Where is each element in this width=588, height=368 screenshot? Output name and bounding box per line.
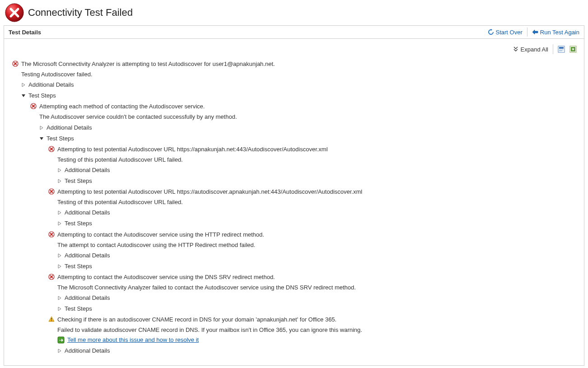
results-tree: The Microsoft Connectivity Analyzer is a… (4, 57, 584, 365)
node-title: Checking if there is an autodiscover CNA… (57, 315, 336, 325)
node-title: The Microsoft Connectivity Analyzer is a… (21, 59, 275, 69)
node-subtext: Failed to validate autodiscover CNAME re… (57, 325, 576, 335)
node-subtext: The Microsoft Connectivity Analyzer fail… (57, 283, 576, 293)
expand-icon (513, 47, 518, 52)
test-steps[interactable]: Test Steps (65, 261, 92, 271)
test-steps[interactable]: Test Steps (65, 176, 92, 186)
word-export-icon[interactable] (558, 46, 565, 53)
run-again-button[interactable]: Run Test Again (532, 29, 579, 36)
error-icon (48, 274, 55, 280)
tree-node: Attempting to test potential Autodiscove… (48, 186, 576, 229)
tree-node: Checking if there is an autodiscover CNA… (48, 314, 576, 356)
expand-toggle[interactable] (57, 307, 62, 311)
test-steps[interactable]: Test Steps (65, 219, 92, 228)
expand-toggle[interactable] (57, 264, 62, 269)
xml-export-icon[interactable] (569, 46, 577, 53)
tree-node: Attempting each method of contacting the… (30, 101, 576, 356)
expand-toggle[interactable] (57, 168, 62, 172)
error-icon (30, 103, 37, 109)
node-subtext: Testing of this potential Autodiscover U… (57, 155, 576, 165)
additional-details[interactable]: Additional Details (65, 165, 110, 175)
error-icon (48, 188, 55, 195)
additional-details[interactable]: Additional Details (47, 123, 92, 133)
start-over-label: Start Over (496, 29, 523, 36)
expand-toggle[interactable] (57, 210, 62, 215)
additional-details[interactable]: Additional Details (65, 208, 110, 218)
separator (527, 28, 527, 37)
svg-rect-2 (559, 47, 564, 49)
expand-toggle[interactable] (57, 253, 62, 258)
expand-toggle[interactable] (21, 83, 26, 87)
node-title: Attempting to test potential Autodiscove… (57, 187, 362, 197)
tree-node: The Microsoft Connectivity Analyzer is a… (12, 59, 576, 356)
panel-title: Test Details (9, 29, 41, 36)
error-large-icon (5, 3, 24, 23)
node-subtext: Testing Autodiscover failed. (21, 70, 576, 79)
info-arrow-icon (57, 336, 65, 344)
error-icon (48, 146, 55, 152)
node-subtext: Testing of this potential Autodiscover U… (57, 197, 576, 207)
test-steps[interactable]: Test Steps (65, 304, 92, 314)
run-again-label: Run Test Again (540, 29, 579, 36)
refresh-icon (488, 29, 494, 35)
node-title: Attempting each method of contacting the… (39, 102, 205, 112)
tree-node: Attempting to contact the Autodiscover s… (48, 272, 576, 314)
collapse-toggle[interactable] (39, 136, 44, 141)
node-subtext: The Autodiscover service couldn't be con… (39, 112, 576, 122)
separator (553, 44, 553, 54)
additional-details[interactable]: Additional Details (65, 251, 110, 261)
test-details-panel: Test Details Start Over Run Test Again (4, 25, 584, 366)
additional-details[interactable]: Additional Details (65, 293, 110, 303)
additional-details[interactable]: Additional Details (28, 80, 74, 90)
expand-toggle[interactable] (57, 221, 62, 226)
expand-toggle[interactable] (57, 349, 62, 353)
additional-details[interactable]: Additional Details (65, 346, 110, 356)
error-icon (48, 231, 55, 238)
node-title: Attempting to contact the Autodiscover s… (57, 272, 275, 282)
expand-toggle[interactable] (57, 179, 62, 183)
node-title: Attempting to contact the Autodiscover s… (57, 230, 264, 240)
start-over-button[interactable]: Start Over (488, 29, 523, 36)
toolbar: Expand All (4, 39, 584, 57)
tree-node: Attempting to test potential Autodiscove… (48, 144, 576, 186)
collapse-toggle[interactable] (21, 93, 26, 98)
panel-header: Test Details Start Over Run Test Again (4, 26, 584, 39)
node-subtext: The attempt to contact Autodiscover usin… (57, 240, 576, 250)
test-steps[interactable]: Test Steps (47, 134, 74, 144)
arrow-left-icon (532, 29, 538, 35)
panel-actions: Start Over Run Test Again (488, 28, 579, 37)
svg-rect-14 (51, 320, 52, 321)
svg-rect-13 (51, 318, 52, 320)
tree-node: Attempting to contact the Autodiscover s… (48, 229, 576, 272)
node-title: Attempting to test potential Autodiscove… (57, 144, 328, 154)
expand-all-label: Expand All (521, 46, 548, 53)
expand-toggle[interactable] (57, 296, 62, 300)
expand-toggle[interactable] (39, 126, 44, 130)
test-steps[interactable]: Test Steps (28, 91, 56, 101)
svg-rect-4 (559, 51, 562, 51)
warning-icon (48, 316, 55, 322)
expand-all-button[interactable]: Expand All (513, 46, 548, 53)
page-header: Connectivity Test Failed (0, 0, 588, 25)
resolve-link[interactable]: Tell me more about this issue and how to… (67, 335, 199, 345)
error-icon (12, 61, 19, 67)
page-title: Connectivity Test Failed (28, 7, 133, 19)
svg-rect-3 (559, 50, 564, 50)
